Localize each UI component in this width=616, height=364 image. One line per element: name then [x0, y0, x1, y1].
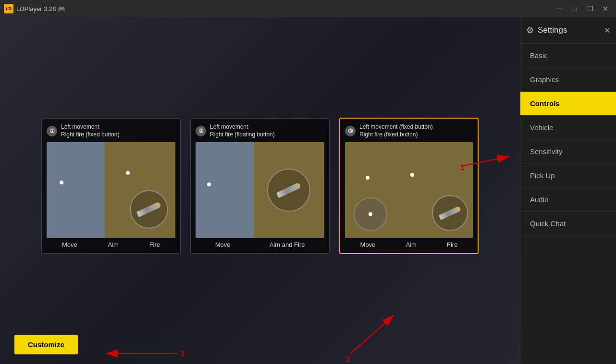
label-aim-3: Aim	[406, 241, 417, 248]
move-dot-2	[207, 182, 211, 186]
card-3-mid	[396, 142, 428, 238]
label-aimfire-2: Aim and Fire	[270, 241, 305, 248]
label-move-2: Move	[215, 241, 231, 248]
aim-dot-1	[126, 171, 130, 175]
sidebar-item-sensitivity[interactable]: Sensitivity	[520, 140, 616, 164]
bullet-2	[276, 182, 301, 198]
app-title: LDPlayer 3.28	[16, 5, 56, 12]
card-1-header: ① Left movement Right fire (fixed button…	[47, 123, 175, 138]
bullet-3	[439, 206, 461, 220]
control-cards-container: ① Left movement Right fire (fixed button…	[10, 118, 510, 254]
sidebar-item-basic[interactable]: Basic	[520, 44, 616, 68]
bullet-body-3	[439, 207, 457, 220]
bullet-body-1	[136, 204, 157, 218]
card-2-desc: Left movement Right fire (floating butto…	[210, 123, 275, 138]
card-2-right	[254, 142, 324, 238]
card-2-number: ②	[196, 126, 206, 136]
label-fire-3: Fire	[447, 241, 457, 248]
card-2-labels: Move Aim and Fire	[196, 238, 324, 248]
sidebar-close-icon[interactable]: ✕	[604, 26, 610, 35]
sidebar-item-vehicle[interactable]: Vehicle	[520, 116, 616, 140]
window-controls: ─ □ ❐ ✕	[553, 2, 612, 15]
restore-button[interactable]: ❐	[583, 2, 597, 15]
card-2-left	[196, 142, 254, 238]
move-dot-3	[366, 176, 370, 180]
sidebar-title: Settings	[538, 25, 600, 35]
settings-gear-icon: ⚙	[526, 25, 534, 36]
move-dot-1	[60, 181, 63, 184]
sidebar-nav: Basic Graphics Controls Vehicle Sensitiv…	[520, 44, 616, 364]
settings-sidebar: ⚙ Settings ✕ Basic Graphics Controls Veh…	[520, 17, 616, 364]
card-3-desc: Left movement (fixed button) Right fire …	[359, 123, 433, 138]
control-card-1[interactable]: ① Left movement Right fire (fixed button…	[41, 118, 181, 254]
fire-circle-3	[432, 195, 468, 231]
card-1-number: ①	[47, 126, 57, 136]
svg-text:3: 3	[180, 350, 185, 358]
sidebar-item-controls[interactable]: Controls	[520, 92, 616, 116]
sidebar-item-quickchat[interactable]: Quick Chat	[520, 212, 616, 236]
card-3-preview	[345, 142, 473, 238]
card-1-desc: Left movement Right fire (fixed button)	[61, 123, 119, 138]
main-area: ① Left movement Right fire (fixed button…	[0, 17, 616, 364]
move-joystick-dot-3	[369, 212, 372, 216]
fire-circle-2	[267, 169, 310, 212]
card-3-number: ③	[345, 126, 356, 136]
bullet-body-2	[276, 184, 297, 198]
label-move-1: Move	[62, 241, 77, 248]
title-bar: LD LDPlayer 3.28 🎮 ─ □ ❐ ✕	[0, 0, 616, 17]
card-1-preview	[47, 142, 175, 238]
label-aim-1: Aim	[108, 241, 118, 248]
move-joystick-3	[354, 197, 387, 231]
card-2-header: ② Left movement Right fire (floating but…	[196, 123, 324, 138]
app-icon: 🎮	[58, 5, 65, 12]
card-3-labels: Move Aim Fire	[345, 238, 473, 248]
card-3-preview-inner	[345, 142, 473, 238]
app-logo: LD	[4, 4, 13, 13]
game-area: ① Left movement Right fire (fixed button…	[0, 17, 520, 364]
sidebar-header: ⚙ Settings ✕	[520, 17, 616, 44]
label-fire-1: Fire	[149, 241, 160, 248]
customize-button[interactable]: Customize	[14, 335, 78, 354]
card-1-right	[105, 142, 175, 238]
sidebar-item-pickup[interactable]: Pick Up	[520, 164, 616, 188]
control-card-3[interactable]: ③ Left movement (fixed button) Right fir…	[339, 118, 479, 254]
fire-circle-1	[130, 190, 168, 229]
sidebar-item-audio[interactable]: Audio	[520, 188, 616, 212]
card-2-preview	[196, 142, 324, 238]
card-1-left	[47, 142, 105, 238]
card-3-header: ③ Left movement (fixed button) Right fir…	[345, 123, 473, 138]
close-button[interactable]: ✕	[599, 2, 612, 15]
svg-text:2: 2	[346, 355, 350, 364]
control-card-2[interactable]: ② Left movement Right fire (floating but…	[190, 118, 330, 254]
card-3-right	[428, 142, 473, 238]
aim-dot-3	[410, 173, 414, 177]
minimize-button[interactable]: ─	[553, 2, 566, 15]
card-1-labels: Move Aim Fire	[47, 238, 175, 248]
card-3-left	[345, 142, 396, 238]
maximize-button[interactable]: □	[568, 2, 581, 15]
sidebar-item-graphics[interactable]: Graphics	[520, 68, 616, 92]
label-move-3: Move	[360, 241, 376, 248]
bullet-1	[136, 202, 161, 218]
svg-line-3	[351, 315, 394, 353]
